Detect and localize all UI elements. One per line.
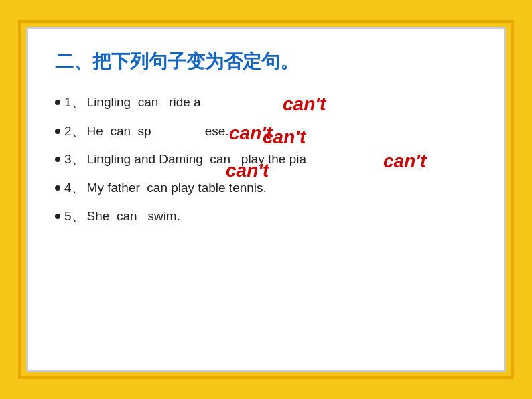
sentence-item-1: 1、 Lingling can ride a can't [55,93,477,112]
bullet-5 [55,214,60,219]
bullet-3 [55,157,60,162]
bullet-1 [55,100,60,105]
sentence-num-4: 4、 [64,179,84,198]
sentence-item-5: 5、 She can swim. [55,207,477,226]
sentences-wrapper: 1、 Lingling can ride a can't 2、 He can s… [55,93,477,226]
sentence-num-1: 1、 [64,93,84,112]
bullet-2 [55,129,60,134]
sentence-text-3: Lingling and Daming can play the pia [87,150,306,169]
cant-label-1: can't [283,90,326,118]
sentence-num-2: 2、 [64,122,84,141]
page-title: 二、把下列句子变为否定句。 [55,49,477,74]
sentence-text-1: Lingling can ride a [87,93,201,112]
sentence-text-2b: ese. [205,122,229,141]
cant-label-5: can't [226,160,269,181]
bullet-4 [55,185,60,191]
sentence-num-5: 5、 [64,207,84,226]
cant-label-4: can't [263,127,306,148]
sentence-num-3: 3、 [64,150,84,169]
sentence-text-2: He can sp [87,122,151,141]
sentence-text-5: She can swim. [87,207,180,226]
inner-card: 二、把下列句子变为否定句。 1、 Lingling can ride a can… [26,27,506,372]
cant-label-3: can't [383,147,426,175]
outer-border: 二、把下列句子变为否定句。 1、 Lingling can ride a can… [18,20,514,379]
